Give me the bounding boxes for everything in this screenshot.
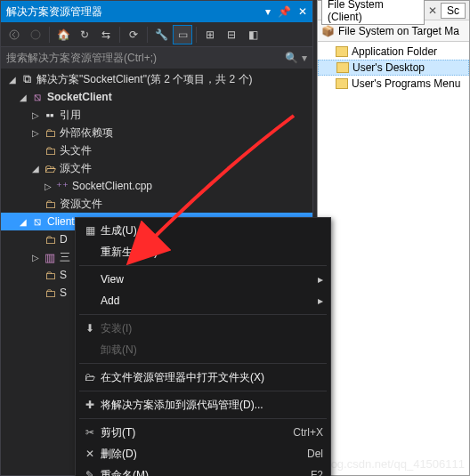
chevron-right-icon[interactable]: ▷ (29, 253, 42, 262)
ctx-build[interactable]: ▦ 生成(U) (76, 220, 330, 241)
folder-label: User's Programs Menu (352, 77, 460, 90)
tab-close-icon[interactable]: ✕ (428, 4, 437, 17)
properties-button[interactable]: 🔧 (151, 25, 171, 44)
ctx-label: 将解决方案添加到源代码管理(D)... (101, 398, 323, 413)
file-system-title: File System on Target Ma (338, 25, 459, 37)
search-dropdown-icon[interactable]: ▾ (302, 52, 307, 64)
chevron-right-icon[interactable]: ▷ (29, 110, 42, 120)
tab-label: File System (Client) (328, 0, 418, 23)
collapse-button[interactable]: ⇆ (96, 25, 116, 44)
cut-icon: ✂ (79, 426, 101, 439)
ctx-view[interactable]: View ▸ (76, 269, 330, 290)
stub-label: 三 (58, 250, 70, 265)
project-icon: ⧅ (29, 90, 45, 104)
ctx-shortcut: Ctrl+X (293, 426, 323, 439)
back-button[interactable] (4, 25, 24, 44)
panel-header: 解决方案资源管理器 ▾ 📌 ✕ (1, 1, 312, 22)
refresh-button[interactable]: ⟳ (124, 25, 143, 44)
home-button[interactable]: 🏠 (53, 25, 73, 44)
cpp-file-node[interactable]: ▷ ⁺⁺ SocketClient.cpp (1, 177, 312, 195)
submenu-arrow-icon: ▸ (318, 294, 323, 307)
panel-title: 解决方案资源管理器 (6, 4, 102, 20)
ctx-install: ⬇ 安装(I) (76, 318, 330, 339)
search-box[interactable]: 搜索解决方案资源管理器(Ctrl+;) 🔍 ▾ (1, 47, 312, 69)
svg-point-1 (31, 30, 40, 39)
references-label: 引用 (58, 108, 81, 123)
panel-controls: ▾ 📌 ✕ (265, 5, 307, 18)
secondary-tab[interactable]: Sc (441, 3, 466, 19)
folder-icon: 🗀 (42, 126, 58, 140)
ctx-rebuild[interactable]: 重新生成(E) (76, 241, 330, 262)
project-label: Client (45, 215, 75, 228)
ctx-rename[interactable]: ✎ 重命名(M) F2 (76, 464, 330, 476)
toolbar-separator (119, 27, 120, 43)
filter-icon: ▥ (42, 251, 58, 264)
search-placeholder: 搜索解决方案资源管理器(Ctrl+;) (6, 51, 157, 66)
headers-node[interactable]: 🗀 头文件 (1, 141, 312, 159)
ctx-shortcut: Del (307, 448, 323, 460)
build-icon: ▦ (79, 224, 101, 237)
close-icon[interactable]: ✕ (298, 5, 307, 18)
chevron-right-icon[interactable]: ▷ (29, 128, 42, 138)
context-menu: ▦ 生成(U) 重新生成(E) View ▸ Add ▸ ⬇ 安装(I) 卸载(… (75, 217, 331, 476)
toolbar-separator (49, 27, 50, 43)
sources-node[interactable]: ◢ 🗁 源文件 (1, 159, 312, 177)
search-icon[interactable]: 🔍 (285, 52, 298, 64)
chevron-down-icon[interactable]: ◢ (17, 217, 29, 227)
chevron-right-icon[interactable]: ▷ (42, 182, 54, 191)
sync-button[interactable]: ↻ (75, 25, 94, 44)
file-system-tree: Application Folder User's Desktop User's… (318, 42, 469, 93)
ctx-cut[interactable]: ✂ 剪切(T) Ctrl+X (76, 422, 330, 443)
folder-open-icon: 🗁 (42, 162, 58, 175)
project-label: SocketClient (45, 91, 112, 103)
file-system-tab[interactable]: File System (Client) (321, 0, 425, 25)
ctx-separator (79, 363, 327, 364)
ctx-add-scc[interactable]: ✚ 将解决方案添加到源代码管理(D)... (76, 394, 330, 415)
solution-toolbar: 🏠 ↻ ⇆ ⟳ 🔧 ▭ ⊞ ⊟ ◧ (1, 22, 312, 47)
svg-point-0 (10, 30, 19, 39)
chevron-down-icon[interactable]: ◢ (6, 75, 19, 85)
pin-icon[interactable]: 📌 (278, 5, 291, 18)
ctx-separator (79, 265, 327, 266)
app-folder-row[interactable]: Application Folder (318, 44, 469, 60)
desktop-folder-row[interactable]: User's Desktop (318, 60, 469, 76)
programs-menu-row[interactable]: User's Programs Menu (318, 76, 469, 92)
external-deps-node[interactable]: ▷ 🗀 外部依赖项 (1, 124, 312, 141)
view-button-3[interactable]: ◧ (243, 25, 263, 44)
file-system-toolbar: 📦 File System on Target Ma (318, 20, 469, 42)
search-controls: 🔍 ▾ (285, 52, 307, 64)
references-node[interactable]: ▷ ▪▪ 引用 (1, 106, 312, 124)
toolbar-separator (196, 27, 197, 43)
file-system-tabbar: File System (Client) ✕ Sc (318, 1, 469, 20)
folder-icon: 🗀 (42, 198, 58, 211)
project-node-socketclient[interactable]: ◢ ⧅ SocketClient (1, 88, 312, 106)
chevron-down-icon[interactable]: ◢ (17, 93, 29, 102)
ctx-label: 剪切(T) (101, 425, 284, 440)
chevron-down-icon[interactable]: ◢ (29, 164, 42, 173)
ctx-label: Add (101, 294, 309, 307)
ctx-separator (79, 391, 327, 391)
ctx-label: 生成(U) (101, 223, 323, 238)
folder-icon (336, 62, 349, 73)
delete-icon: ✕ (79, 448, 101, 460)
ctx-separator (79, 314, 327, 315)
view-button-1[interactable]: ⊞ (200, 25, 220, 44)
resources-label: 资源文件 (58, 197, 102, 212)
ctx-open-folder[interactable]: 🗁 在文件资源管理器中打开文件夹(X) (76, 367, 330, 388)
solution-node[interactable]: ◢ ⧉ 解决方案"SocketClient"(第 2 个项目，共 2 个) (1, 70, 312, 88)
forward-button[interactable] (26, 25, 45, 44)
resources-node[interactable]: 🗀 资源文件 (1, 195, 312, 213)
dropdown-icon[interactable]: ▾ (265, 5, 271, 18)
solution-icon: ⧉ (19, 72, 35, 86)
headers-label: 头文件 (58, 143, 92, 158)
folder-open-icon: 🗁 (79, 371, 101, 383)
references-icon: ▪▪ (42, 109, 58, 122)
toolbar-separator (147, 27, 148, 43)
show-all-button[interactable]: ▭ (173, 25, 192, 44)
view-button-2[interactable]: ⊟ (222, 25, 241, 44)
folder-icon: 🗀 (42, 269, 58, 282)
ctx-delete[interactable]: ✕ 删除(D) Del (76, 443, 330, 464)
ctx-add[interactable]: Add ▸ (76, 290, 330, 311)
ctx-label: 重新生成(E) (101, 245, 323, 260)
stub-label: D (58, 233, 68, 246)
